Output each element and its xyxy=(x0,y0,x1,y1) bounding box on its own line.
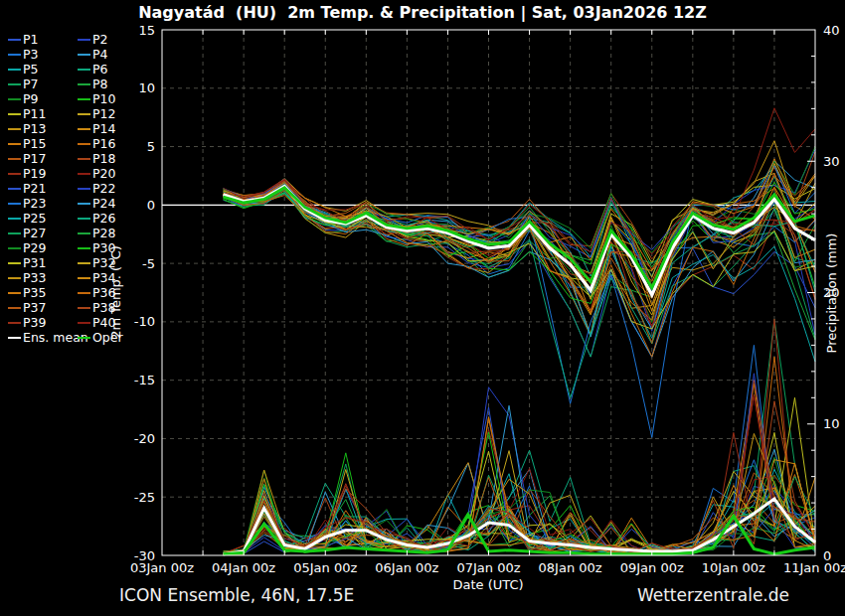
meteogram-screen: Nagyatád (HU) 2m Temp. & Precipitation |… xyxy=(0,0,845,616)
temp-tick-label: 0 xyxy=(147,198,155,213)
temp-tick-label: 10 xyxy=(138,80,155,95)
date-axis-title: Date (UTC) xyxy=(452,577,523,592)
precip-tick-label: 20 xyxy=(823,285,840,300)
date-tick-label: 06Jan 00z xyxy=(375,560,438,575)
date-tick-label: 09Jan 00z xyxy=(620,560,684,575)
date-tick-label: 04Jan 00z xyxy=(212,560,275,575)
temp-tick-label: 15 xyxy=(138,23,155,38)
temp-tick-label: 5 xyxy=(147,139,155,154)
meteogram-chart: 2m Temp. (°C) Precipitation (mm) Date (U… xyxy=(0,0,845,616)
temp-tick-label: -25 xyxy=(134,490,155,505)
site-credit: Wetterzentrale.de xyxy=(637,585,789,605)
date-tick-label: 11Jan 00z xyxy=(783,560,845,575)
precip-tick-label: 10 xyxy=(823,416,840,431)
date-tick-label: 07Jan 00z xyxy=(456,560,520,575)
date-tick-label: 05Jan 00z xyxy=(293,560,357,575)
date-tick-label: 03Jan 00z xyxy=(130,560,194,575)
date-tick-label: 10Jan 00z xyxy=(702,560,765,575)
model-info: ICON Ensemble, 46N, 17.5E xyxy=(119,585,354,605)
precip-tick-label: 30 xyxy=(823,154,840,169)
temp-tick-label: -15 xyxy=(134,373,155,387)
temp-tick-label: -20 xyxy=(134,431,155,446)
date-tick-label: 08Jan 00z xyxy=(539,560,602,575)
temp-tick-label: -10 xyxy=(134,314,155,329)
temp-axis-title: 2m Temp. (°C) xyxy=(108,245,123,339)
precip-tick-label: 40 xyxy=(823,23,840,38)
temp-tick-label: -5 xyxy=(142,256,155,271)
